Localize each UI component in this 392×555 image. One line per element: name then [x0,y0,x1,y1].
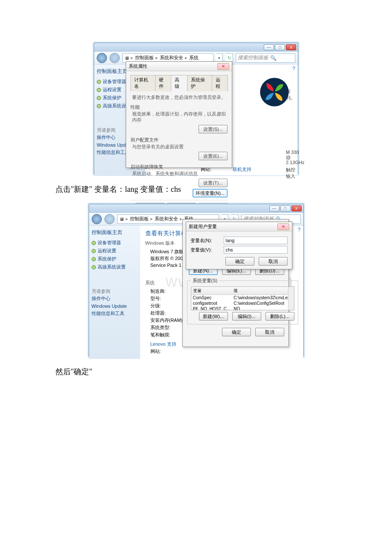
cell: NO [232,306,294,310]
sidebar-item-advanced[interactable]: 高级系统设置 [92,263,138,271]
seealso-link[interactable]: 操作中心 [92,295,138,303]
system-properties-dialog: 系统属性 ✕ 计算机名 硬件 高级 系统保护 远程 要进行大多数更改，您必须作为… [126,61,232,168]
cell: configsetroot [191,301,232,306]
window-title-bar: — □ X [89,204,303,213]
doc-instruction-2: 然后"确定" [55,367,337,377]
cell: C:\windows\system32\cmd.exe [232,295,294,301]
back-button[interactable] [97,53,107,63]
svg-point-0 [260,78,288,106]
bullet-icon [92,241,96,245]
breadcrumb-item[interactable]: 系统 [189,55,199,61]
tab-advanced[interactable]: 高级 [171,75,187,91]
edit-sys-var-button[interactable]: 编辑(I)... [232,312,261,321]
var-name-label: 变量名(N): [190,237,220,244]
seealso-title: 另请参阅 [97,127,115,133]
seealso-title: 另请参阅 [92,289,110,294]
dialog-close-button[interactable]: ✕ [277,223,289,230]
site-label: 网站: [145,347,298,355]
maximize-icon: □ [284,206,286,211]
ok-button[interactable]: 确定 [222,328,251,336]
sidebar-title: 控制面板主页 [92,229,138,236]
perf-settings-button[interactable]: 设置(S)... [199,125,228,133]
delete-sys-var-button[interactable]: 删除(L)... [265,312,294,321]
window-maximize-button[interactable]: □ [275,44,285,50]
window-maximize-button[interactable]: □ [280,205,291,211]
profile-settings-button[interactable]: 设置(E)... [199,152,228,160]
var-name-input[interactable] [224,237,288,244]
system-vars-fieldset: 系统变量(S) 变量值 ComSpecC:\windows\system32\c… [187,278,298,324]
sidebar: 控制面板主页 设备管理器 远程设置 系统保护 高级系统设置 另请参阅 操作中心 … [89,225,140,359]
windows-logo-icon [259,77,289,107]
sidebar-item-device-manager[interactable]: 设备管理器 [92,239,138,247]
dialog-title: 系统属性 [129,63,147,69]
sidebar-item-label: 设备管理器 [103,78,126,85]
new-user-variable-dialog: 新建用户变量 ✕ 变量名(N): 变量值(V): 确定 取消 [186,222,292,269]
seealso-link[interactable]: Windows Update [92,303,138,309]
dialog-title: 新建用户变量 [189,223,217,230]
tab-protection[interactable]: 系统保护 [187,75,212,91]
minimize-icon: — [267,45,271,49]
bullet-icon [97,88,101,92]
sidebar-item-protection[interactable]: 系统保护 [92,255,138,263]
startup-hint: 系统启动、系统失败和调试信息 [132,171,228,177]
profile-hint: 与您登录有关的桌面设置 [132,144,228,150]
forward-button[interactable] [110,53,120,63]
system-vars-legend: 系统变量(S) [191,278,219,284]
sidebar-item-label: 设备管理器 [98,240,121,246]
maximize-icon: □ [279,45,281,49]
tab-computer-name[interactable]: 计算机名 [130,75,156,91]
cancel-button[interactable]: 取消 [255,328,284,336]
bullet-icon [97,104,101,108]
cell: PF_NO_HOST_C... [191,306,232,310]
system-vars-listbox[interactable]: 变量值 ComSpecC:\windows\system32\cmd.exe c… [191,286,294,310]
seealso-link[interactable]: 性能信息和工具 [92,309,138,318]
dialog-close-button[interactable]: ✕ [217,63,229,70]
search-placeholder: 搜索控制面板 [238,54,268,61]
window-minimize-button[interactable]: — [269,205,280,211]
table-row[interactable]: ComSpecC:\windows\system32\cmd.exe [191,295,294,301]
ok-button[interactable]: 确定 [225,257,254,266]
help-icon[interactable]: ? [292,65,295,72]
touch-info: 触控输入 [286,167,298,179]
search-icon: 🔍 [270,55,277,61]
help-icon[interactable]: ? [297,226,300,233]
breadcrumb-item[interactable]: 控制面板 [135,55,154,61]
window-close-button[interactable]: X [286,44,296,50]
cancel-button[interactable]: 取消 [259,257,288,266]
table-row[interactable]: configsetrootC:\windows\ConfigSetRoot [191,301,294,306]
env-vars-button[interactable]: 环境变量(N)... [193,189,228,197]
cell: ComSpec [191,295,232,301]
breadcrumb-icon: 🖥 [119,217,124,222]
minimize-icon: — [272,206,276,211]
chevron-right-icon: ▸ [150,216,153,222]
chevron-right-icon: ▸ [126,216,128,222]
search-input[interactable]: 搜索控制面板 🔍 [236,53,295,63]
table-row[interactable]: PF_NO_HOST_C...NO [191,306,294,310]
bullet-icon [92,265,96,269]
tab-hardware[interactable]: 硬件 [155,75,171,91]
back-button[interactable] [92,214,102,224]
sidebar-item-label: 远程设置 [103,87,121,93]
var-value-input[interactable] [224,246,288,254]
breadcrumb-item[interactable]: 系统和安全 [160,55,183,61]
startup-settings-button[interactable]: 设置(T)... [199,179,228,187]
bullet-icon [92,249,96,253]
profile-title: 用户配置文件 [130,137,228,143]
admin-hint: 要进行大多数更改，您必须作为管理员登录。 [132,95,228,101]
tab-remote[interactable]: 远程 [212,75,228,91]
perf-title: 性能 [130,104,228,110]
cpu-info: M 330 @ 2.13GHz [286,150,304,165]
scrollbar[interactable] [288,287,294,310]
window-close-button[interactable]: X [291,205,302,211]
sidebar-item-remote[interactable]: 远程设置 [92,247,138,255]
new-sys-var-button[interactable]: 新建(W)... [199,312,228,321]
breadcrumb-item[interactable]: 控制面板 [130,216,149,222]
close-icon: X [295,206,297,211]
breadcrumb-item[interactable]: 系统和安全 [155,216,178,222]
forward-button[interactable] [104,214,115,224]
window-minimize-button[interactable]: — [264,44,274,50]
sidebar-item-label: 远程设置 [98,248,116,254]
site-link[interactable]: 联机支持 [233,166,251,173]
sidebar-item-label: 高级系统设置 [98,264,126,270]
bullet-icon [97,80,101,84]
